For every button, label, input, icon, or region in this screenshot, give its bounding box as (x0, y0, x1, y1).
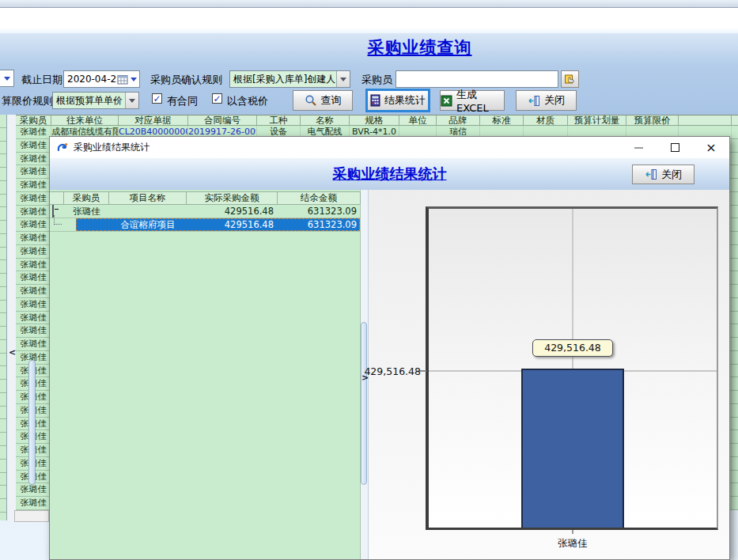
main-column-header[interactable]: 名称 (301, 115, 350, 125)
select-arrow-icon[interactable] (336, 71, 350, 87)
deadline-date-field[interactable]: 2020-04-25 (63, 70, 140, 88)
dialog-column-header[interactable] (50, 192, 64, 204)
calculator-icon (370, 94, 380, 107)
has-contract-checkbox[interactable]: ✓ (152, 93, 162, 104)
main-column-header[interactable]: 往来单位 (51, 115, 119, 125)
maximize-button[interactable] (657, 137, 693, 158)
chevron-left-icon[interactable]: < (9, 348, 16, 357)
table-cell: 张璐佳 (16, 218, 51, 231)
screen: 采购业绩查询 截止日期 2020-04-25 采购员确认规则 根据[采购入库单]… (0, 0, 738, 560)
dialog-column-header[interactable]: 实际采购金额 (187, 192, 278, 204)
search-icon (305, 94, 317, 107)
check-icon: ✓ (153, 94, 161, 104)
hand-picker-icon (564, 74, 576, 85)
main-column-header[interactable]: 工种 (257, 115, 301, 125)
bar-chart-plot: 429,516.48 429,516.48 张璐佳 (426, 206, 718, 530)
table-cell: 张璐佳 (16, 139, 51, 152)
buyer-rule-label: 采购员确认规则 (150, 73, 222, 87)
table-cell: 张璐佳 (16, 192, 51, 205)
dialog-titlebar[interactable]: 采购业绩结果统计 × (50, 137, 729, 158)
dialog-table-row[interactable]: 合谊榕府项目429516.48631323.09 (50, 218, 360, 232)
x-axis-category-label: 张璐佳 (558, 537, 588, 551)
dialog-table-cell: 429516.48 (187, 205, 278, 218)
dialog-table-row[interactable]: 张璐佳429516.48631323.09 (50, 205, 360, 218)
y-axis-tick-label: 429,516.48 (364, 365, 421, 377)
table-bottom-strip (14, 510, 49, 522)
close-window-button[interactable]: × (693, 137, 729, 158)
dialog-title: 采购业绩结果统计 (74, 141, 149, 154)
include-tax-label: 以含税价 (227, 94, 268, 108)
dialog-table-body: 张璐佳429516.48631323.09合谊榕府项目429516.486313… (50, 205, 360, 232)
price-rule-select[interactable]: 根据预算单单价 (52, 92, 139, 109)
table-cell: 张璐佳 (16, 285, 51, 297)
table-cell: 张璐佳 (16, 324, 51, 337)
table-cell: 张璐佳 (16, 206, 51, 218)
query-button[interactable]: 查询 (293, 90, 353, 111)
top-strip (0, 0, 738, 8)
minimize-icon (634, 147, 643, 149)
date-dropdown-arrow-icon[interactable] (128, 78, 139, 81)
result-stats-dialog: 采购业绩结果统计 × 采购业绩结果统计 关闭 采购员项目名称实际采购金额结余金额 (49, 136, 730, 560)
splitter-handle[interactable] (361, 322, 367, 485)
check-icon: ✓ (213, 94, 221, 104)
selected-row-highlight[interactable]: 合谊榕府项目429516.48631323.09 (76, 218, 360, 231)
table-cell: 张璐佳 (16, 338, 51, 350)
dialog-header-title: 采购业绩结果统计 (50, 158, 729, 190)
main-column-header[interactable]: 品牌 (437, 115, 480, 125)
main-column-header[interactable]: 标准 (480, 115, 524, 125)
excel-icon (441, 95, 452, 107)
deadline-date-value: 2020-04-25 (64, 74, 117, 85)
dialog-column-header[interactable]: 结余金额 (278, 192, 361, 204)
dropdown-arrow-icon[interactable] (0, 70, 13, 86)
dialog-table-cell: 429516.48 (187, 218, 278, 231)
buyer-rule-select[interactable]: 根据[采购入库单]创建人 (229, 70, 350, 88)
generate-excel-button[interactable]: 生成EXCEL (440, 90, 505, 111)
table-cell: 张璐佳 (16, 245, 51, 258)
select-arrow-icon[interactable] (125, 93, 138, 108)
dialog-table-cell: 631323.09 (278, 205, 361, 218)
buyer-picker-button[interactable] (561, 70, 579, 88)
main-column-header[interactable]: 采购员 (16, 115, 51, 125)
left-panel-splitter[interactable]: < (7, 115, 16, 520)
minimize-button[interactable] (620, 137, 657, 158)
main-column-header[interactable]: 合同编号 (188, 115, 257, 125)
has-contract-label: 有合同 (167, 94, 198, 108)
dialog-column-header[interactable]: 项目名称 (109, 192, 187, 204)
close-button[interactable]: 关闭 (516, 90, 577, 111)
calendar-icon[interactable] (117, 74, 128, 85)
main-column-header[interactable]: 单位 (399, 115, 437, 125)
include-tax-checkbox[interactable]: ✓ (212, 93, 222, 104)
page-title: 采购业绩查询 (0, 36, 738, 59)
clipped-combo[interactable] (0, 70, 14, 87)
buyer-label: 采购员 (361, 73, 392, 87)
dialog-table-cell: 631323.09 (278, 218, 361, 231)
dialog-column-header[interactable]: 采购员 (64, 192, 109, 204)
price-rule-label: 算限价规则 (2, 94, 53, 108)
main-column-header[interactable] (679, 115, 732, 125)
main-column-header[interactable]: 规格 (350, 115, 399, 125)
close-icon: × (706, 142, 716, 154)
dialog-close-button[interactable]: 关闭 (632, 165, 694, 184)
dialog-result-table: 采购员项目名称实际采购金额结余金额 张璐佳429516.48631323.09合… (50, 190, 361, 559)
main-column-header[interactable]: 材质 (524, 115, 568, 125)
dialog-table-cell (76, 218, 109, 231)
table-cell: 张璐佳 (16, 497, 51, 509)
main-column-header[interactable]: 预算限价 (626, 115, 679, 125)
result-stats-button[interactable]: 结果统计 (367, 90, 429, 111)
dialog-table-cell: 合谊榕府项目 (109, 218, 187, 231)
maximize-icon (671, 143, 679, 152)
dialog-table-cell: 张璐佳 (64, 205, 109, 218)
table-cell: 张璐佳 (16, 232, 51, 244)
chart-bar[interactable] (521, 369, 624, 528)
exit-door-icon (645, 168, 657, 180)
deadline-label: 截止日期 (21, 73, 62, 87)
table-cell: 张璐佳 (16, 271, 51, 284)
buyer-input[interactable] (395, 70, 558, 88)
table-cell: 张璐佳 (16, 312, 51, 324)
table-scrollbar-thumb[interactable] (28, 360, 36, 485)
tree-connector (54, 215, 62, 225)
result-chart-pane: 429,516.48 429,516.48 张璐佳 (369, 190, 729, 559)
main-column-header[interactable]: 预算计划量 (568, 115, 626, 125)
dialog-table-header: 采购员项目名称实际采购金额结余金额 (50, 191, 360, 205)
main-column-header[interactable]: 对应单据 (119, 115, 188, 125)
